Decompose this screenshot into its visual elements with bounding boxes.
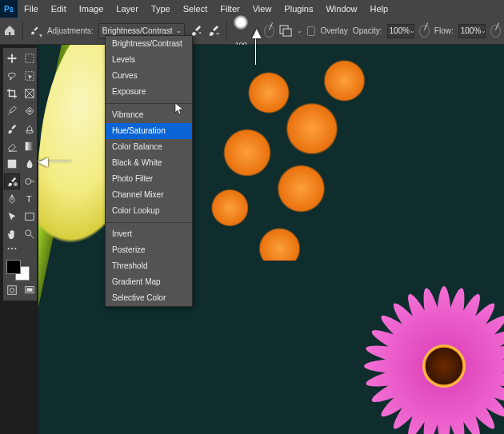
pen-tool[interactable] (4, 191, 20, 207)
lasso-tool[interactable] (4, 68, 20, 84)
adj-gradient-map[interactable]: Gradient Map (106, 274, 192, 290)
current-tool-brush-icon[interactable]: ▾ (30, 23, 42, 39)
photo-orange-flowers (182, 45, 398, 261)
svg-point-12 (26, 230, 31, 236)
move-tool[interactable] (4, 50, 20, 66)
adjustments-selected: Brightness/Contrast (102, 26, 173, 35)
svg-rect-2 (26, 54, 34, 63)
adj-curves[interactable]: Curves (106, 68, 192, 84)
opacity-label: Opacity: (353, 26, 382, 35)
adj-hue-saturation[interactable]: Hue/Saturation (106, 123, 192, 139)
frame-tool[interactable] (22, 86, 38, 102)
adj-levels[interactable]: Levels (106, 52, 192, 68)
flow-input[interactable]: 100%⌄ (458, 24, 486, 38)
brush-tool[interactable] (4, 121, 20, 137)
quick-mask-icon[interactable] (4, 282, 20, 298)
annotation-arrowhead-icon: ▲ (249, 24, 265, 42)
divider (226, 22, 227, 41)
healing-brush-tool[interactable] (22, 103, 38, 119)
ps-logo-icon: Ps (0, 0, 18, 18)
flow-value: 100% (461, 26, 482, 35)
adjustments-menu-popup: Brightness/Contrast Levels Curves Exposu… (105, 35, 193, 307)
svg-point-9 (26, 179, 31, 185)
object-select-tool[interactable] (22, 68, 38, 84)
photo-pink-gerbera (360, 282, 504, 434)
tool-palette: T (3, 48, 37, 301)
svg-rect-6 (26, 142, 34, 151)
adj-posterize[interactable]: Posterize (106, 242, 192, 258)
shape-tool[interactable] (22, 209, 38, 225)
menu-plugins[interactable]: Plugins (278, 0, 319, 18)
pressure-size-icon[interactable] (264, 25, 274, 38)
crop-tool[interactable] (4, 86, 20, 102)
adj-color-lookup[interactable]: Color Lookup (106, 203, 192, 219)
adj-color-balance[interactable]: Color Balance (106, 139, 192, 155)
svg-point-17 (10, 288, 14, 292)
svg-rect-7 (8, 160, 17, 169)
chevron-down-icon[interactable]: ⌄ (297, 27, 302, 34)
menu-select[interactable]: Select (177, 0, 214, 18)
adj-selective-color[interactable]: Selective Color (106, 290, 192, 306)
brush-dot-icon (234, 15, 248, 30)
menu-bar: Ps File Edit Image Layer Type Select Fil… (0, 0, 504, 18)
dodge-tool[interactable] (22, 173, 38, 189)
menu-window[interactable]: Window (319, 0, 363, 18)
svg-rect-19 (27, 288, 33, 291)
chevron-down-icon: ⌄ (176, 27, 182, 34)
svg-point-14 (11, 248, 13, 249)
eraser-tool[interactable] (4, 138, 20, 154)
type-tool[interactable]: T (22, 191, 38, 207)
menu-type[interactable]: Type (145, 0, 177, 18)
home-icon[interactable] (3, 23, 16, 39)
gradient-tool[interactable] (22, 138, 38, 154)
adj-black-white[interactable]: Black & White (106, 155, 192, 171)
pressure-opacity-icon[interactable] (419, 25, 430, 38)
adj-photo-filter[interactable]: Photo Filter (106, 171, 192, 187)
svg-rect-1 (283, 29, 291, 36)
subtract-adjustment-brush-icon[interactable] (207, 23, 220, 39)
adj-threshold[interactable]: Threshold (106, 258, 192, 274)
opacity-value: 100% (390, 26, 410, 35)
adjustments-label: Adjustments: (47, 26, 94, 35)
adj-channel-mixer[interactable]: Channel Mixer (106, 187, 192, 203)
marquee-tool[interactable] (22, 50, 38, 66)
path-select-tool[interactable] (4, 209, 20, 225)
menu-help[interactable]: Help (364, 0, 395, 18)
overlay-checkbox[interactable] (307, 26, 315, 36)
overlay-label: Overlay (320, 26, 347, 35)
flow-label: Flow: (434, 26, 454, 35)
sample-layers-icon[interactable] (279, 23, 292, 39)
annotation-arrowhead-icon: ◄ (35, 153, 51, 171)
brush-preview[interactable]: 100 (234, 15, 249, 49)
screen-mode-icon[interactable] (22, 282, 38, 298)
zoom-tool[interactable] (22, 226, 38, 242)
svg-point-15 (14, 248, 16, 249)
menu-file[interactable]: File (18, 0, 45, 18)
divider (22, 22, 23, 41)
adj-brightness-contrast[interactable]: Brightness/Contrast (106, 36, 192, 52)
cursor-icon (174, 102, 187, 117)
color-swatches[interactable] (4, 258, 38, 281)
adjustment-brush-tool[interactable] (4, 173, 20, 189)
menu-edit[interactable]: Edit (45, 0, 73, 18)
svg-rect-16 (8, 286, 17, 295)
adj-exposure[interactable]: Exposure (106, 84, 192, 100)
svg-rect-11 (26, 213, 34, 221)
opacity-input[interactable]: 100%⌄ (387, 24, 414, 38)
paint-bucket-tool[interactable] (4, 156, 20, 172)
clone-stamp-tool[interactable] (22, 121, 38, 137)
svg-text:T: T (26, 194, 32, 204)
foreground-swatch[interactable] (6, 260, 21, 274)
eyedropper-tool[interactable] (4, 103, 20, 119)
menu-image[interactable]: Image (73, 0, 110, 18)
extras-icon[interactable] (4, 244, 20, 253)
menu-layer[interactable]: Layer (110, 0, 145, 18)
adj-invert[interactable]: Invert (106, 226, 192, 242)
hand-tool[interactable] (4, 226, 20, 242)
svg-point-13 (8, 248, 10, 249)
divider (106, 222, 192, 223)
airbrush-icon[interactable] (490, 25, 501, 38)
menu-view[interactable]: View (246, 0, 278, 18)
